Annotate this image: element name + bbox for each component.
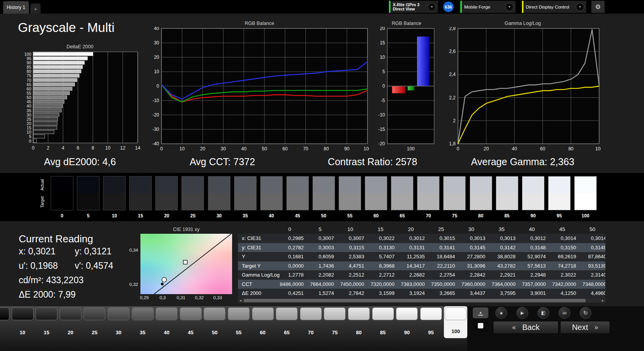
reference-point-dot <box>161 283 164 286</box>
level-label: 35 <box>132 330 154 335</box>
level-button-55[interactable]: 55 <box>228 307 250 335</box>
table-row[interactable]: Y0,16810,60592,53835,740711,253518,64842… <box>238 252 605 261</box>
table-header-cell: 25 <box>430 226 460 232</box>
patch-box <box>286 176 309 210</box>
gamma-chart: 2,82,62,42,221,8020406080100 <box>445 27 601 153</box>
table-cell: 7350,0000 <box>430 281 460 287</box>
level-button-85[interactable]: 85 <box>372 307 394 335</box>
scroll-left-arrow[interactable]: ◄ <box>238 299 243 302</box>
patch-actual <box>339 176 361 193</box>
level-swatch <box>276 307 298 320</box>
table-cell: 7360,0000 <box>460 281 491 287</box>
chevron-down-icon[interactable]: ▼ <box>505 3 514 11</box>
reset-button[interactable]: ↻ <box>580 307 591 319</box>
level-button-20[interactable]: 20 <box>60 307 82 335</box>
table-row[interactable]: CCT8486,00007664,00007450,00007320,00007… <box>238 280 605 289</box>
patch-box <box>234 176 257 210</box>
table-row[interactable]: Gamma Log/Log1,27782,20822,25122,27122,2… <box>238 270 605 280</box>
svg-text:0: 0 <box>382 83 385 89</box>
level-button-5[interactable]: 5 <box>0 307 9 335</box>
level-button-35[interactable]: 35 <box>132 307 154 335</box>
patch-box <box>260 176 283 210</box>
play-button[interactable]: ▶ <box>516 307 528 319</box>
table-row[interactable]: ΔE 20000,42511,52742,78423,15993,19243,2… <box>238 289 605 298</box>
table-row[interactable]: Target Y0,00001,74364,47518,396814,34172… <box>238 261 605 271</box>
level-button-95[interactable]: 95 <box>420 307 442 335</box>
table-cell: 0,3013 <box>460 235 491 241</box>
level-button-40[interactable]: 40 <box>156 307 177 335</box>
grayscale-patch-35: 35 <box>234 176 257 219</box>
svg-text:25: 25 <box>27 117 31 122</box>
level-button-70[interactable]: 70 <box>300 307 322 335</box>
svg-text:85: 85 <box>27 65 31 69</box>
svg-text:-40: -40 <box>153 141 160 146</box>
rgb-balance-bar-chart-title: RGB Balance <box>376 21 437 27</box>
level-button-50[interactable]: 50 <box>204 307 225 335</box>
top-bar: History 1 + X-Rite i1Pro 3 Direct View ▼… <box>0 0 644 14</box>
patch-label: 40 <box>260 213 283 219</box>
table-row[interactable]: x: CIE310,29850,30070,30070,30220,30120,… <box>238 234 605 243</box>
table-cell: 69,2619 <box>551 254 581 259</box>
workflow-dropdown[interactable]: Direct Display Control ▼ <box>522 1 586 13</box>
level-button-30[interactable]: 30 <box>108 307 130 335</box>
level-button-45[interactable]: 45 <box>180 307 202 335</box>
svg-text:60: 60 <box>27 86 31 91</box>
level-button-65[interactable]: 65 <box>276 307 298 335</box>
svg-text:100: 100 <box>364 146 369 152</box>
svg-text:0: 0 <box>160 146 163 152</box>
level-button-80[interactable]: 80 <box>348 307 370 335</box>
level-swatch <box>35 307 57 320</box>
svg-text:-20: -20 <box>378 141 385 146</box>
next-button[interactable]: Next » <box>560 321 610 334</box>
svg-text:-20: -20 <box>153 112 160 118</box>
table-cell: 0,3014 <box>551 235 581 241</box>
chevron-down-icon[interactable]: ▼ <box>428 3 436 11</box>
grayscale-patch-65: 65 <box>391 176 413 219</box>
level-button-60[interactable]: 60 <box>252 307 274 335</box>
level-label: 10 <box>12 330 34 335</box>
table-header-row: 05101520253035404550 <box>238 224 605 234</box>
level-label: 5 <box>0 330 9 335</box>
back-button[interactable]: « Back <box>493 321 559 334</box>
patch-label: 100 <box>574 213 597 219</box>
pattern-window-button[interactable] <box>473 319 488 332</box>
continuous-read-button[interactable]: ◧ <box>538 307 549 319</box>
table-cell: 0,3012 <box>399 235 430 241</box>
table-horizontal-scrollbar[interactable]: ◄ ► <box>238 298 605 303</box>
level-button-10[interactable]: 10 <box>12 307 34 335</box>
settings-button[interactable]: ⚙ <box>591 1 605 13</box>
level-button-90[interactable]: 90 <box>396 307 418 335</box>
svg-text:70: 70 <box>303 146 309 152</box>
patch-box <box>391 176 413 210</box>
expand-panel-button[interactable]: ▲ <box>473 307 488 318</box>
level-button-25[interactable]: 25 <box>83 307 105 335</box>
source-dropdown[interactable]: Mobile Forge ▼ <box>460 1 516 13</box>
strip-cells: 0510152025303540455055606570758085909510… <box>51 176 600 219</box>
table-row[interactable]: y: CIE310,27820,30030,31150,31300,31310,… <box>238 243 605 252</box>
grayscale-patch-40: 40 <box>260 176 283 219</box>
avg-cct-caption: Avg CCT: 7372 <box>190 156 255 168</box>
add-tab-button[interactable]: + <box>30 4 41 14</box>
level-button-15[interactable]: 15 <box>35 307 57 335</box>
stop-button[interactable]: ■ <box>495 307 507 319</box>
svg-text:8: 8 <box>92 145 94 151</box>
level-button-100[interactable]: 100 <box>444 306 467 338</box>
patch-actual <box>444 176 465 193</box>
loop-button[interactable]: ∞ <box>559 307 570 319</box>
source-accent-bar <box>460 1 462 13</box>
level-button-75[interactable]: 75 <box>324 307 346 335</box>
level-swatch <box>252 307 274 320</box>
level-label: 100 <box>445 328 467 334</box>
level-label: 60 <box>252 330 274 335</box>
svg-text:40: 40 <box>512 146 517 152</box>
table-row-label: Gamma Log/Log <box>238 272 279 278</box>
patch-actual <box>51 176 73 193</box>
scrollbar-thumb[interactable] <box>244 299 585 302</box>
scroll-right-arrow[interactable]: ► <box>600 299 605 302</box>
meter-dropdown[interactable]: X-Rite i1Pro 3 Direct View ▼ <box>389 1 438 13</box>
patch-label: 90 <box>522 213 545 219</box>
svg-text:2,8: 2,8 <box>449 27 456 31</box>
tab-history-1[interactable]: History 1 <box>3 1 29 14</box>
table-cell: 3,7595 <box>490 290 521 296</box>
chevron-down-icon[interactable]: ▼ <box>576 3 584 11</box>
